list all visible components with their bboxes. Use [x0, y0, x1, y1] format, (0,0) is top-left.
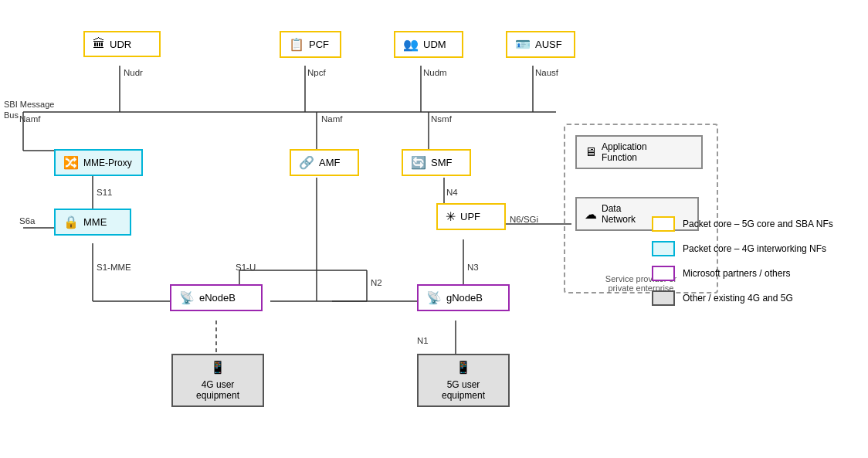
label-n6-sgi: N6/SGi — [510, 215, 538, 224]
af-icon: 🖥 — [585, 145, 597, 159]
udm-icon: 👥 — [403, 37, 419, 52]
legend-box-dark — [652, 290, 675, 306]
diagram-container: 🏛 UDR 📋 PCF 👥 UDM 🪪 AUSF 🔀 MME-Proxy 🔒 M… — [0, 0, 868, 458]
node-mme: 🔒 MME — [54, 209, 131, 236]
label-n2: N2 — [371, 278, 382, 287]
node-upf: ✳ UPF — [436, 203, 506, 230]
node-smf: 🔄 SMF — [402, 149, 471, 176]
label-n3: N3 — [467, 263, 479, 272]
legend-box-yellow — [652, 216, 675, 232]
af-label: ApplicationFunction — [602, 141, 647, 163]
label-n4: N4 — [446, 188, 458, 197]
node-udr: 🏛 UDR — [83, 31, 161, 57]
pcf-icon: 📋 — [289, 37, 304, 52]
node-mme-proxy: 🔀 MME-Proxy — [54, 149, 143, 176]
legend-box-purple — [652, 266, 675, 281]
4g-ue-label: 4G userequipment — [196, 379, 239, 401]
node-gnodeb: 📡 gNodeB — [417, 284, 510, 311]
node-ausf: 🪪 AUSF — [506, 31, 575, 58]
mme-proxy-icon: 🔀 — [63, 155, 79, 170]
legend-label-dark: Other / existing 4G and 5G — [683, 293, 793, 304]
label-s6a: S6a — [19, 216, 35, 226]
legend: Packet core – 5G core and SBA NFs Packet… — [652, 216, 853, 315]
label-s1-mme: S1-MME — [97, 263, 131, 272]
mme-label: MME — [83, 216, 107, 228]
upf-label: UPF — [460, 211, 480, 222]
dn-icon: ☁ — [585, 207, 597, 222]
5g-ue-label: 5G userequipment — [442, 379, 485, 401]
label-s11: S11 — [97, 188, 112, 197]
udr-icon: 🏛 — [93, 37, 105, 51]
node-pcf: 📋 PCF — [280, 31, 341, 58]
label-nausf: Nausf — [535, 68, 558, 77]
smf-label: SMF — [431, 157, 452, 168]
mme-proxy-label: MME-Proxy — [83, 158, 132, 168]
legend-box-cyan — [652, 241, 675, 256]
legend-label-yellow: Packet core – 5G core and SBA NFs — [683, 219, 833, 229]
label-nudr: Nudr — [124, 68, 143, 77]
smf-icon: 🔄 — [411, 155, 426, 170]
node-udm: 👥 UDM — [394, 31, 463, 58]
legend-label-purple: Microsoft partners / others — [683, 268, 790, 279]
pcf-label: PCF — [309, 39, 329, 50]
node-4g-ue: 📱 4G userequipment — [171, 354, 264, 407]
dn-label: DataNetwork — [602, 203, 636, 225]
label-nsmf: Nsmf — [431, 114, 452, 124]
mme-icon: 🔒 — [63, 215, 79, 229]
node-enodeb: 📡 eNodeB — [170, 284, 263, 311]
legend-item-purple: Microsoft partners / others — [652, 266, 853, 281]
legend-item-cyan: Packet core – 4G interworking NFs — [652, 241, 853, 256]
4g-ue-icon: 📱 — [210, 360, 225, 375]
legend-item-dark: Other / existing 4G and 5G — [652, 290, 853, 306]
label-s1-u: S1-U — [236, 263, 256, 272]
gnodeb-label: gNodeB — [446, 292, 483, 304]
node-amf: 🔗 AMF — [290, 149, 359, 176]
label-namf2: Namf — [321, 114, 342, 124]
amf-icon: 🔗 — [299, 155, 314, 170]
label-n1: N1 — [417, 336, 429, 345]
legend-item-yellow: Packet core – 5G core and SBA NFs — [652, 216, 853, 232]
ausf-icon: 🪪 — [515, 37, 531, 52]
gnodeb-icon: 📡 — [426, 290, 442, 305]
udm-label: UDM — [423, 39, 446, 50]
amf-label: AMF — [319, 157, 340, 168]
enodeb-icon: 📡 — [179, 290, 195, 305]
label-npcf: Npcf — [307, 68, 326, 77]
upf-icon: ✳ — [446, 209, 456, 224]
ausf-label: AUSF — [535, 39, 562, 50]
enodeb-label: eNodeB — [199, 292, 236, 304]
node-5g-ue: 📱 5G userequipment — [417, 354, 510, 407]
legend-label-cyan: Packet core – 4G interworking NFs — [683, 243, 826, 254]
label-sbi: SBI MessageBus — [4, 99, 54, 121]
udr-label: UDR — [110, 39, 131, 50]
node-af: 🖥 ApplicationFunction — [575, 135, 703, 169]
label-nudm: Nudm — [423, 68, 447, 77]
5g-ue-icon: 📱 — [456, 360, 471, 375]
